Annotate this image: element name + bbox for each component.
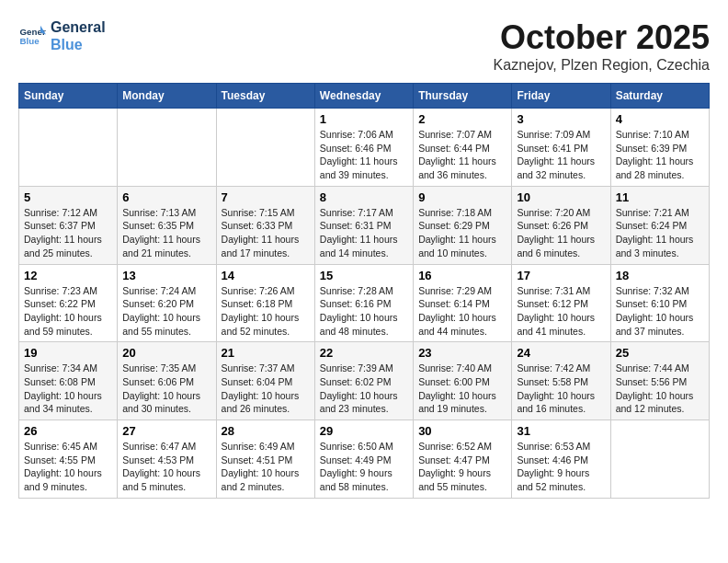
day-number: 13	[122, 269, 210, 282]
day-number: 3	[517, 112, 605, 126]
calendar-cell: 5Sunrise: 7:12 AM Sunset: 6:37 PM Daylig…	[19, 186, 118, 264]
calendar-cell: 21Sunrise: 7:37 AM Sunset: 6:04 PM Dayli…	[216, 342, 314, 420]
day-detail: Sunrise: 7:26 AM Sunset: 6:18 PM Dayligh…	[222, 284, 310, 339]
day-detail: Sunrise: 7:18 AM Sunset: 6:29 PM Dayligh…	[418, 206, 506, 260]
calendar-cell	[610, 420, 709, 499]
day-detail: Sunrise: 7:07 AM Sunset: 6:44 PM Dayligh…	[418, 128, 506, 182]
weekday-header-thursday: Thursday	[414, 84, 512, 109]
day-detail: Sunrise: 7:10 AM Sunset: 6:39 PM Dayligh…	[616, 128, 704, 182]
logo-blue: Blue	[51, 36, 106, 53]
calendar-cell: 10Sunrise: 7:20 AM Sunset: 6:26 PM Dayli…	[512, 186, 610, 264]
day-detail: Sunrise: 6:53 AM Sunset: 4:46 PM Dayligh…	[517, 440, 605, 494]
day-detail: Sunrise: 7:32 AM Sunset: 6:10 PM Dayligh…	[616, 284, 704, 339]
calendar-cell: 1Sunrise: 7:06 AM Sunset: 6:46 PM Daylig…	[314, 109, 413, 187]
day-number: 10	[517, 190, 605, 204]
weekday-header-saturday: Saturday	[610, 84, 709, 109]
calendar-cell: 4Sunrise: 7:10 AM Sunset: 6:39 PM Daylig…	[610, 109, 709, 187]
day-detail: Sunrise: 7:42 AM Sunset: 5:58 PM Dayligh…	[517, 362, 605, 416]
day-number: 24	[517, 346, 605, 360]
calendar-week-row: 5Sunrise: 7:12 AM Sunset: 6:37 PM Daylig…	[19, 186, 710, 264]
logo-general: General	[51, 18, 106, 36]
weekday-header-row: SundayMondayTuesdayWednesdayThursdayFrid…	[19, 84, 710, 109]
calendar-cell: 17Sunrise: 7:31 AM Sunset: 6:12 PM Dayli…	[512, 264, 610, 342]
calendar-cell: 27Sunrise: 6:47 AM Sunset: 4:53 PM Dayli…	[118, 420, 216, 499]
day-number: 7	[222, 190, 310, 204]
day-number: 14	[222, 269, 310, 282]
day-detail: Sunrise: 7:39 AM Sunset: 6:02 PM Dayligh…	[320, 362, 408, 416]
day-detail: Sunrise: 7:40 AM Sunset: 6:00 PM Dayligh…	[418, 362, 506, 416]
day-detail: Sunrise: 7:44 AM Sunset: 5:56 PM Dayligh…	[616, 362, 704, 416]
weekday-header-monday: Monday	[118, 84, 216, 109]
day-detail: Sunrise: 7:37 AM Sunset: 6:04 PM Dayligh…	[222, 362, 310, 416]
day-number: 29	[320, 424, 408, 438]
weekday-header-wednesday: Wednesday	[314, 84, 413, 109]
calendar-cell: 19Sunrise: 7:34 AM Sunset: 6:08 PM Dayli…	[19, 342, 118, 420]
calendar-cell	[216, 109, 314, 187]
calendar-cell: 25Sunrise: 7:44 AM Sunset: 5:56 PM Dayli…	[610, 342, 709, 420]
logo: General Blue General Blue	[18, 18, 106, 53]
calendar-cell: 22Sunrise: 7:39 AM Sunset: 6:02 PM Dayli…	[314, 342, 413, 420]
day-number: 16	[418, 269, 506, 282]
day-detail: Sunrise: 6:52 AM Sunset: 4:47 PM Dayligh…	[418, 440, 506, 494]
location: Kaznejov, Plzen Region, Czechia	[494, 57, 710, 74]
day-number: 17	[517, 269, 605, 282]
weekday-header-friday: Friday	[512, 84, 610, 109]
day-number: 12	[24, 269, 112, 282]
day-detail: Sunrise: 6:47 AM Sunset: 4:53 PM Dayligh…	[122, 440, 210, 494]
day-number: 20	[122, 346, 210, 360]
logo-icon: General Blue	[18, 22, 46, 50]
day-detail: Sunrise: 7:24 AM Sunset: 6:20 PM Dayligh…	[122, 284, 210, 339]
calendar-week-row: 1Sunrise: 7:06 AM Sunset: 6:46 PM Daylig…	[19, 109, 710, 187]
day-detail: Sunrise: 7:17 AM Sunset: 6:31 PM Dayligh…	[320, 206, 408, 260]
calendar-cell: 3Sunrise: 7:09 AM Sunset: 6:41 PM Daylig…	[512, 109, 610, 187]
calendar-cell: 26Sunrise: 6:45 AM Sunset: 4:55 PM Dayli…	[19, 420, 118, 499]
title-block: October 2025 Kaznejov, Plzen Region, Cze…	[494, 18, 710, 74]
day-number: 4	[616, 112, 704, 126]
day-number: 23	[418, 346, 506, 360]
day-number: 6	[122, 190, 210, 204]
day-detail: Sunrise: 6:50 AM Sunset: 4:49 PM Dayligh…	[320, 440, 408, 494]
calendar-cell	[19, 109, 118, 187]
calendar-cell: 15Sunrise: 7:28 AM Sunset: 6:16 PM Dayli…	[314, 264, 413, 342]
calendar-cell: 20Sunrise: 7:35 AM Sunset: 6:06 PM Dayli…	[118, 342, 216, 420]
calendar-cell: 2Sunrise: 7:07 AM Sunset: 6:44 PM Daylig…	[414, 109, 512, 187]
calendar-cell: 23Sunrise: 7:40 AM Sunset: 6:00 PM Dayli…	[414, 342, 512, 420]
calendar-cell: 28Sunrise: 6:49 AM Sunset: 4:51 PM Dayli…	[216, 420, 314, 499]
calendar-week-row: 19Sunrise: 7:34 AM Sunset: 6:08 PM Dayli…	[19, 342, 710, 420]
calendar-cell: 18Sunrise: 7:32 AM Sunset: 6:10 PM Dayli…	[610, 264, 709, 342]
calendar-table: SundayMondayTuesdayWednesdayThursdayFrid…	[18, 83, 710, 499]
calendar-week-row: 12Sunrise: 7:23 AM Sunset: 6:22 PM Dayli…	[19, 264, 710, 342]
calendar-cell: 13Sunrise: 7:24 AM Sunset: 6:20 PM Dayli…	[118, 264, 216, 342]
page-header: General Blue General Blue October 2025 K…	[18, 18, 710, 74]
day-number: 25	[616, 346, 704, 360]
day-detail: Sunrise: 7:13 AM Sunset: 6:35 PM Dayligh…	[122, 206, 210, 260]
calendar-cell: 30Sunrise: 6:52 AM Sunset: 4:47 PM Dayli…	[414, 420, 512, 499]
day-detail: Sunrise: 7:34 AM Sunset: 6:08 PM Dayligh…	[24, 362, 112, 416]
day-number: 27	[122, 424, 210, 438]
day-detail: Sunrise: 7:09 AM Sunset: 6:41 PM Dayligh…	[517, 128, 605, 182]
calendar-cell: 16Sunrise: 7:29 AM Sunset: 6:14 PM Dayli…	[414, 264, 512, 342]
day-number: 5	[24, 190, 112, 204]
day-detail: Sunrise: 7:21 AM Sunset: 6:24 PM Dayligh…	[616, 206, 704, 260]
day-detail: Sunrise: 7:35 AM Sunset: 6:06 PM Dayligh…	[122, 362, 210, 416]
day-detail: Sunrise: 7:06 AM Sunset: 6:46 PM Dayligh…	[320, 128, 408, 182]
day-detail: Sunrise: 7:31 AM Sunset: 6:12 PM Dayligh…	[517, 284, 605, 339]
day-detail: Sunrise: 7:15 AM Sunset: 6:33 PM Dayligh…	[222, 206, 310, 260]
day-number: 1	[320, 112, 408, 126]
calendar-week-row: 26Sunrise: 6:45 AM Sunset: 4:55 PM Dayli…	[19, 420, 710, 499]
day-number: 11	[616, 190, 704, 204]
calendar-cell: 7Sunrise: 7:15 AM Sunset: 6:33 PM Daylig…	[216, 186, 314, 264]
day-number: 15	[320, 269, 408, 282]
calendar-cell: 9Sunrise: 7:18 AM Sunset: 6:29 PM Daylig…	[414, 186, 512, 264]
day-detail: Sunrise: 7:12 AM Sunset: 6:37 PM Dayligh…	[24, 206, 112, 260]
calendar-cell: 29Sunrise: 6:50 AM Sunset: 4:49 PM Dayli…	[314, 420, 413, 499]
day-number: 30	[418, 424, 506, 438]
weekday-header-tuesday: Tuesday	[216, 84, 314, 109]
weekday-header-sunday: Sunday	[19, 84, 118, 109]
day-number: 18	[616, 269, 704, 282]
day-detail: Sunrise: 7:29 AM Sunset: 6:14 PM Dayligh…	[418, 284, 506, 339]
day-detail: Sunrise: 7:20 AM Sunset: 6:26 PM Dayligh…	[517, 206, 605, 260]
day-detail: Sunrise: 7:23 AM Sunset: 6:22 PM Dayligh…	[24, 284, 112, 339]
day-number: 31	[517, 424, 605, 438]
day-number: 19	[24, 346, 112, 360]
